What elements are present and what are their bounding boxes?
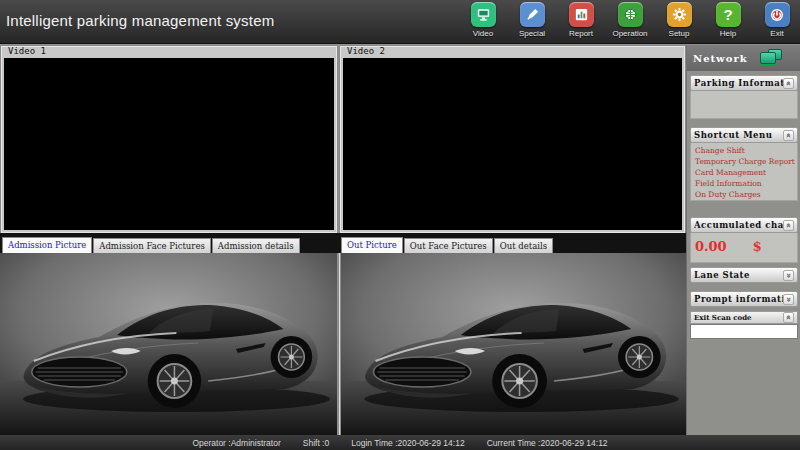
video-panel-2: Video 2 bbox=[340, 46, 685, 233]
tab-admission-picture[interactable]: Admission Picture bbox=[2, 237, 92, 253]
toolbar-button-help[interactable]: ? Help bbox=[709, 2, 747, 38]
shortcut-change-shift[interactable]: Change Shift bbox=[695, 145, 793, 156]
tab-out-picture[interactable]: Out Picture bbox=[341, 237, 403, 253]
gear-icon bbox=[667, 2, 692, 27]
admission-picture-image bbox=[0, 253, 337, 435]
collapse-icon[interactable] bbox=[783, 130, 794, 141]
accumulated-charge-header[interactable]: Accumulated charg bbox=[690, 217, 798, 233]
parking-information-body bbox=[690, 91, 798, 119]
tab-admission-details[interactable]: Admission details bbox=[212, 238, 300, 253]
toolbar-label: Report bbox=[569, 29, 593, 38]
lane-state-header[interactable]: Lane State bbox=[690, 267, 798, 283]
status-current-time: Current Time :2020-06-29 14:12 bbox=[487, 438, 608, 448]
globe-icon bbox=[618, 2, 643, 27]
video-panel-2-caption: Video 2 bbox=[345, 46, 387, 58]
shortcut-card-management[interactable]: Card Management bbox=[695, 167, 793, 178]
network-bar: Network bbox=[687, 45, 800, 71]
out-tabs: Out Picture Out Face Pictures Out detail… bbox=[341, 237, 554, 253]
toolbar-button-special[interactable]: Special bbox=[513, 2, 551, 38]
status-operator: Operator :Administrator bbox=[192, 438, 280, 448]
toolbar-button-setup[interactable]: Setup bbox=[660, 2, 698, 38]
question-icon: ? bbox=[716, 2, 741, 27]
right-sidebar: Network Parking Information Shortcut Men… bbox=[686, 45, 800, 435]
shortcut-menu-body: Change Shift Temporary Charge Report Car… bbox=[690, 143, 798, 201]
accumulated-charge-amount: 0.00 bbox=[695, 239, 727, 254]
collapse-icon[interactable] bbox=[783, 312, 794, 323]
expand-icon[interactable] bbox=[783, 270, 794, 281]
admission-tabs: Admission Picture Admission Face Picture… bbox=[2, 237, 301, 253]
toolbar-label: Operation bbox=[612, 29, 647, 38]
title-bar: Intelligent parking management system Vi… bbox=[0, 0, 800, 44]
video-panel-1: Video 1 bbox=[1, 46, 337, 233]
status-shift: Shift :0 bbox=[303, 438, 329, 448]
toolbar-label: Setup bbox=[669, 29, 690, 38]
power-icon bbox=[765, 2, 790, 27]
lane-state-title: Lane State bbox=[694, 270, 750, 280]
pencil-icon bbox=[520, 2, 545, 27]
toolbar-button-video[interactable]: Video bbox=[464, 2, 502, 38]
collapse-icon[interactable] bbox=[783, 78, 794, 89]
network-label: Network bbox=[693, 53, 748, 64]
shortcut-field-information[interactable]: Field Information bbox=[695, 178, 793, 189]
toolbar-button-operation[interactable]: Operation bbox=[611, 2, 649, 38]
main-toolbar: Video Special Report Operation bbox=[464, 2, 796, 44]
status-login-time: Login Time :2020-06-29 14:12 bbox=[351, 438, 464, 448]
video-2-screen[interactable] bbox=[343, 58, 682, 230]
parking-management-app: Intelligent parking management system Vi… bbox=[0, 0, 800, 450]
accumulated-charge-body: 0.00 $ bbox=[690, 233, 798, 263]
currency-symbol: $ bbox=[753, 239, 762, 254]
app-title: Intelligent parking management system bbox=[6, 12, 274, 29]
toolbar-button-report[interactable]: Report bbox=[562, 2, 600, 38]
shortcut-temporary-charge-report[interactable]: Temporary Charge Report bbox=[695, 156, 793, 167]
toolbar-label: Video bbox=[473, 29, 493, 38]
tab-out-face-pictures[interactable]: Out Face Pictures bbox=[404, 238, 493, 253]
toolbar-label: Special bbox=[519, 29, 545, 38]
expand-icon[interactable] bbox=[783, 294, 794, 305]
collapse-icon[interactable] bbox=[783, 220, 794, 231]
prompt-information-header[interactable]: Prompt information bbox=[690, 291, 798, 307]
tab-admission-face-pictures[interactable]: Admission Face Pictures bbox=[93, 238, 211, 253]
dual-monitor-icon bbox=[758, 49, 784, 67]
exit-scan-code-header[interactable]: Exit Scan code bbox=[690, 311, 798, 324]
shortcut-menu-header[interactable]: Shortcut Menu bbox=[690, 127, 798, 143]
tab-out-details[interactable]: Out details bbox=[494, 238, 553, 253]
exit-scan-code-title: Exit Scan code bbox=[694, 313, 752, 322]
video-1-screen[interactable] bbox=[4, 58, 334, 230]
parking-information-title: Parking Information bbox=[694, 78, 783, 88]
video-panel-1-caption: Video 1 bbox=[6, 46, 48, 58]
shortcut-menu-title: Shortcut Menu bbox=[694, 130, 772, 140]
toolbar-label: Help bbox=[720, 29, 736, 38]
shortcut-on-duty-charges[interactable]: On Duty Charges bbox=[695, 189, 793, 200]
out-picture-image bbox=[341, 253, 686, 435]
exit-scan-code-input[interactable] bbox=[690, 324, 798, 339]
accumulated-charge-title: Accumulated charg bbox=[694, 220, 783, 230]
toolbar-label: Exit bbox=[770, 29, 783, 38]
toolbar-button-exit[interactable]: Exit bbox=[758, 2, 796, 38]
bar-chart-icon bbox=[569, 2, 594, 27]
prompt-information-title: Prompt information bbox=[694, 294, 783, 304]
status-bar: Operator :Administrator Shift :0 Login T… bbox=[0, 435, 800, 450]
video-monitor-icon bbox=[471, 2, 496, 27]
parking-information-header[interactable]: Parking Information bbox=[690, 75, 798, 91]
